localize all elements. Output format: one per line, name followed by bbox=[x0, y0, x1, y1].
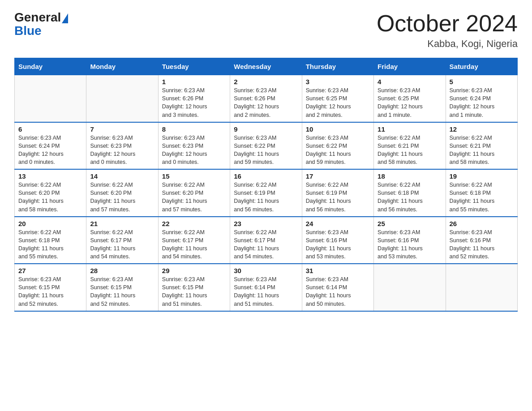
cell-w2-d5: 11Sunrise: 6:22 AM Sunset: 6:21 PM Dayli… bbox=[374, 122, 446, 170]
header-monday: Monday bbox=[86, 58, 158, 75]
day-info: Sunrise: 6:22 AM Sunset: 6:18 PM Dayligh… bbox=[18, 228, 82, 261]
cell-w3-d2: 15Sunrise: 6:22 AM Sunset: 6:20 PM Dayli… bbox=[158, 169, 230, 217]
day-info: Sunrise: 6:22 AM Sunset: 6:20 PM Dayligh… bbox=[18, 181, 82, 214]
week-row-3: 13Sunrise: 6:22 AM Sunset: 6:20 PM Dayli… bbox=[15, 169, 518, 217]
logo-arrow-icon bbox=[62, 13, 68, 23]
day-info: Sunrise: 6:23 AM Sunset: 6:15 PM Dayligh… bbox=[18, 275, 82, 308]
day-info: Sunrise: 6:23 AM Sunset: 6:16 PM Dayligh… bbox=[450, 228, 514, 261]
day-number: 1 bbox=[162, 78, 226, 86]
header-sunday: Sunday bbox=[15, 58, 86, 75]
cell-w4-d0: 20Sunrise: 6:22 AM Sunset: 6:18 PM Dayli… bbox=[15, 217, 86, 264]
cell-w4-d2: 22Sunrise: 6:22 AM Sunset: 6:17 PM Dayli… bbox=[158, 217, 230, 264]
day-info: Sunrise: 6:22 AM Sunset: 6:17 PM Dayligh… bbox=[234, 228, 298, 261]
day-number: 2 bbox=[234, 78, 298, 86]
cell-w5-d4: 31Sunrise: 6:23 AM Sunset: 6:14 PM Dayli… bbox=[302, 264, 373, 311]
cell-w5-d0: 27Sunrise: 6:23 AM Sunset: 6:15 PM Dayli… bbox=[15, 264, 86, 311]
cell-w5-d2: 29Sunrise: 6:23 AM Sunset: 6:15 PM Dayli… bbox=[158, 264, 230, 311]
cell-w1-d4: 3Sunrise: 6:23 AM Sunset: 6:25 PM Daylig… bbox=[302, 75, 373, 122]
day-info: Sunrise: 6:22 AM Sunset: 6:20 PM Dayligh… bbox=[162, 181, 226, 214]
cell-w3-d0: 13Sunrise: 6:22 AM Sunset: 6:20 PM Dayli… bbox=[15, 169, 86, 217]
day-number: 27 bbox=[18, 267, 82, 274]
day-number: 22 bbox=[162, 220, 226, 227]
page-header: General Blue October 2024 Kabba, Kogi, N… bbox=[14, 11, 518, 50]
day-number: 13 bbox=[18, 172, 82, 180]
cell-w4-d4: 24Sunrise: 6:23 AM Sunset: 6:16 PM Dayli… bbox=[302, 217, 373, 264]
day-number: 11 bbox=[378, 125, 442, 133]
cell-w2-d4: 10Sunrise: 6:23 AM Sunset: 6:22 PM Dayli… bbox=[302, 122, 373, 170]
day-info: Sunrise: 6:23 AM Sunset: 6:14 PM Dayligh… bbox=[234, 275, 298, 308]
logo-text-general: General bbox=[14, 10, 61, 24]
day-info: Sunrise: 6:23 AM Sunset: 6:16 PM Dayligh… bbox=[306, 228, 370, 261]
cell-w3-d5: 18Sunrise: 6:22 AM Sunset: 6:18 PM Dayli… bbox=[374, 169, 446, 217]
day-info: Sunrise: 6:22 AM Sunset: 6:19 PM Dayligh… bbox=[234, 181, 298, 214]
day-info: Sunrise: 6:23 AM Sunset: 6:25 PM Dayligh… bbox=[306, 86, 370, 119]
day-info: Sunrise: 6:23 AM Sunset: 6:15 PM Dayligh… bbox=[162, 275, 226, 308]
day-number: 15 bbox=[162, 172, 226, 180]
day-number: 23 bbox=[234, 220, 298, 227]
cell-w2-d0: 6Sunrise: 6:23 AM Sunset: 6:24 PM Daylig… bbox=[15, 122, 86, 170]
cell-w1-d0 bbox=[15, 75, 86, 122]
day-info: Sunrise: 6:23 AM Sunset: 6:24 PM Dayligh… bbox=[450, 86, 514, 119]
day-info: Sunrise: 6:23 AM Sunset: 6:23 PM Dayligh… bbox=[162, 134, 226, 167]
cell-w5-d3: 30Sunrise: 6:23 AM Sunset: 6:14 PM Dayli… bbox=[230, 264, 302, 311]
day-info: Sunrise: 6:22 AM Sunset: 6:20 PM Dayligh… bbox=[90, 181, 154, 214]
day-info: Sunrise: 6:23 AM Sunset: 6:25 PM Dayligh… bbox=[378, 86, 442, 119]
cell-w1-d5: 4Sunrise: 6:23 AM Sunset: 6:25 PM Daylig… bbox=[374, 75, 446, 122]
header-wednesday: Wednesday bbox=[230, 58, 302, 75]
week-row-2: 6Sunrise: 6:23 AM Sunset: 6:24 PM Daylig… bbox=[15, 122, 518, 170]
day-info: Sunrise: 6:23 AM Sunset: 6:14 PM Dayligh… bbox=[306, 275, 370, 308]
day-number: 28 bbox=[90, 267, 154, 274]
calendar-table: SundayMondayTuesdayWednesdayThursdayFrid… bbox=[14, 58, 518, 312]
cell-w4-d3: 23Sunrise: 6:22 AM Sunset: 6:17 PM Dayli… bbox=[230, 217, 302, 264]
day-info: Sunrise: 6:23 AM Sunset: 6:24 PM Dayligh… bbox=[18, 134, 82, 167]
day-info: Sunrise: 6:23 AM Sunset: 6:22 PM Dayligh… bbox=[234, 134, 298, 167]
day-info: Sunrise: 6:23 AM Sunset: 6:23 PM Dayligh… bbox=[90, 134, 154, 167]
day-info: Sunrise: 6:22 AM Sunset: 6:18 PM Dayligh… bbox=[378, 181, 442, 214]
logo-text-blue: Blue bbox=[14, 24, 42, 38]
day-info: Sunrise: 6:23 AM Sunset: 6:16 PM Dayligh… bbox=[378, 228, 442, 261]
logo: General Blue bbox=[14, 11, 69, 37]
day-number: 6 bbox=[18, 125, 82, 133]
day-number: 10 bbox=[306, 125, 370, 133]
cell-w5-d5 bbox=[374, 264, 446, 311]
day-number: 17 bbox=[306, 172, 370, 180]
cell-w3-d1: 14Sunrise: 6:22 AM Sunset: 6:20 PM Dayli… bbox=[86, 169, 158, 217]
header-saturday: Saturday bbox=[446, 58, 517, 75]
day-number: 5 bbox=[450, 78, 514, 86]
day-info: Sunrise: 6:22 AM Sunset: 6:21 PM Dayligh… bbox=[378, 134, 442, 167]
day-info: Sunrise: 6:22 AM Sunset: 6:19 PM Dayligh… bbox=[306, 181, 370, 214]
day-number: 21 bbox=[90, 220, 154, 227]
cell-w4-d1: 21Sunrise: 6:22 AM Sunset: 6:17 PM Dayli… bbox=[86, 217, 158, 264]
day-info: Sunrise: 6:22 AM Sunset: 6:17 PM Dayligh… bbox=[162, 228, 226, 261]
cell-w2-d3: 9Sunrise: 6:23 AM Sunset: 6:22 PM Daylig… bbox=[230, 122, 302, 170]
cell-w2-d2: 8Sunrise: 6:23 AM Sunset: 6:23 PM Daylig… bbox=[158, 122, 230, 170]
cell-w1-d2: 1Sunrise: 6:23 AM Sunset: 6:26 PM Daylig… bbox=[158, 75, 230, 122]
day-number: 19 bbox=[450, 172, 514, 180]
day-info: Sunrise: 6:23 AM Sunset: 6:26 PM Dayligh… bbox=[162, 86, 226, 119]
cell-w5-d1: 28Sunrise: 6:23 AM Sunset: 6:15 PM Dayli… bbox=[86, 264, 158, 311]
day-number: 14 bbox=[90, 172, 154, 180]
day-info: Sunrise: 6:23 AM Sunset: 6:26 PM Dayligh… bbox=[234, 86, 298, 119]
day-number: 8 bbox=[162, 125, 226, 133]
header-thursday: Thursday bbox=[302, 58, 373, 75]
day-number: 7 bbox=[90, 125, 154, 133]
day-info: Sunrise: 6:22 AM Sunset: 6:17 PM Dayligh… bbox=[90, 228, 154, 261]
day-info: Sunrise: 6:23 AM Sunset: 6:15 PM Dayligh… bbox=[90, 275, 154, 308]
day-number: 3 bbox=[306, 78, 370, 86]
cell-w1-d6: 5Sunrise: 6:23 AM Sunset: 6:24 PM Daylig… bbox=[446, 75, 517, 122]
cell-w1-d1 bbox=[86, 75, 158, 122]
cell-w4-d6: 26Sunrise: 6:23 AM Sunset: 6:16 PM Dayli… bbox=[446, 217, 517, 264]
day-number: 24 bbox=[306, 220, 370, 227]
cell-w2-d1: 7Sunrise: 6:23 AM Sunset: 6:23 PM Daylig… bbox=[86, 122, 158, 170]
cell-w5-d6 bbox=[446, 264, 517, 311]
header-tuesday: Tuesday bbox=[158, 58, 230, 75]
day-number: 29 bbox=[162, 267, 226, 274]
day-number: 31 bbox=[306, 267, 370, 274]
calendar-header-row: SundayMondayTuesdayWednesdayThursdayFrid… bbox=[15, 58, 518, 75]
page-title: October 2024 bbox=[377, 11, 518, 36]
header-friday: Friday bbox=[374, 58, 446, 75]
day-number: 4 bbox=[378, 78, 442, 86]
title-area: October 2024 Kabba, Kogi, Nigeria bbox=[377, 11, 518, 50]
week-row-5: 27Sunrise: 6:23 AM Sunset: 6:15 PM Dayli… bbox=[15, 264, 518, 311]
day-number: 18 bbox=[378, 172, 442, 180]
